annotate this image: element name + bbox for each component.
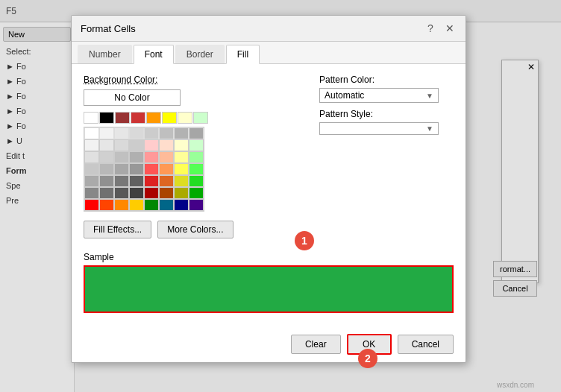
- cp-r2c1[interactable]: [84, 139, 99, 151]
- cp-r4c6[interactable]: [159, 163, 174, 175]
- tab-number[interactable]: Number: [78, 45, 132, 63]
- cp-r4c2[interactable]: [99, 163, 114, 175]
- cp-r3c2[interactable]: [99, 151, 114, 163]
- tab-border[interactable]: Border: [175, 45, 225, 63]
- pattern-style-label: Pattern Style:: [319, 109, 454, 119]
- watermark: wsxdn.com: [497, 381, 534, 389]
- cp-r5c7[interactable]: [174, 175, 189, 187]
- dialog-titlebar: Format Cells ? ✕: [72, 16, 466, 42]
- cp-r6c8[interactable]: [189, 187, 204, 199]
- cp-r4c8[interactable]: [189, 163, 204, 175]
- cp-r6c1[interactable]: [84, 187, 99, 199]
- pattern-color-dropdown[interactable]: Automatic ▼: [319, 88, 439, 103]
- cp-r5c2[interactable]: [99, 175, 114, 187]
- cp-r7c7[interactable]: [174, 199, 189, 211]
- cp-r3c3[interactable]: [114, 151, 129, 163]
- cp-r5c1[interactable]: [84, 175, 99, 187]
- color-ltgreen2[interactable]: [193, 112, 208, 124]
- cp-r5c4[interactable]: [129, 175, 144, 187]
- color-orange[interactable]: [146, 112, 161, 124]
- cp-r7c3[interactable]: [114, 199, 129, 211]
- sample-section: Sample: [84, 246, 454, 313]
- cp-r5c6[interactable]: [159, 175, 174, 187]
- right-column: Pattern Color: Automatic ▼ Pattern Style…: [319, 75, 454, 238]
- step-badge-1: 1: [295, 231, 314, 250]
- color-red[interactable]: [131, 112, 145, 124]
- dialog-controls: ? ✕: [424, 22, 457, 35]
- cp-r6c2[interactable]: [99, 187, 114, 199]
- cp-r7c6[interactable]: [159, 199, 174, 211]
- tab-fill[interactable]: Fill: [226, 45, 260, 64]
- dialog-footer: Clear OK Cancel: [72, 329, 466, 362]
- step-badge-2: 2: [358, 349, 377, 368]
- cp-r2c4[interactable]: [129, 139, 144, 151]
- cp-r2c3[interactable]: [114, 139, 129, 151]
- pattern-style-dropdown[interactable]: ▼: [319, 122, 439, 135]
- cp-r2c5[interactable]: [144, 139, 159, 151]
- cp-r6c3[interactable]: [114, 187, 129, 199]
- pattern-style-arrow-icon: ▼: [426, 124, 433, 133]
- sample-label: Sample: [84, 252, 454, 262]
- cp-r6c7[interactable]: [174, 187, 189, 199]
- cp-r1c5[interactable]: [144, 127, 159, 139]
- cp-r1c6[interactable]: [159, 127, 174, 139]
- dialog-body: Background Color: No Color: [72, 64, 466, 329]
- cp-r6c4[interactable]: [129, 187, 144, 199]
- cp-r1c3[interactable]: [114, 127, 129, 139]
- cancel-button[interactable]: Cancel: [398, 335, 454, 354]
- cp-r6c6[interactable]: [159, 187, 174, 199]
- cp-r3c5[interactable]: [144, 151, 159, 163]
- cp-r4c4[interactable]: [129, 163, 144, 175]
- cp-r4c7[interactable]: [174, 163, 189, 175]
- main-color-palette: [84, 127, 204, 212]
- cp-r5c5[interactable]: [144, 175, 159, 187]
- cp-r1c7[interactable]: [174, 127, 189, 139]
- cp-r3c7[interactable]: [174, 151, 189, 163]
- color-darkred[interactable]: [115, 112, 130, 124]
- cp-r3c6[interactable]: [159, 151, 174, 163]
- close-button[interactable]: ✕: [443, 22, 457, 35]
- no-color-button[interactable]: No Color: [84, 89, 181, 106]
- background-color-label: Background Color:: [84, 75, 304, 85]
- cp-r2c8[interactable]: [189, 139, 204, 151]
- color-yellow[interactable]: [162, 112, 177, 124]
- color-black[interactable]: [99, 112, 114, 124]
- pattern-color-label: Pattern Color:: [319, 75, 454, 85]
- cp-r6c5[interactable]: [144, 187, 159, 199]
- cp-r1c1[interactable]: [84, 127, 99, 139]
- format-cells-dialog: Format Cells ? ✕ Number Font Border Fill…: [71, 15, 466, 363]
- cp-r2c6[interactable]: [159, 139, 174, 151]
- dialog-tabs: Number Font Border Fill: [72, 42, 466, 64]
- cp-r7c2[interactable]: [99, 199, 114, 211]
- cp-r7c8[interactable]: [189, 199, 204, 211]
- fill-effects-button[interactable]: Fill Effects...: [84, 221, 151, 238]
- cp-r5c8[interactable]: [189, 175, 204, 187]
- sample-box: [84, 265, 454, 313]
- cp-r1c4[interactable]: [129, 127, 144, 139]
- more-colors-button[interactable]: More Colors...: [157, 221, 233, 238]
- help-button[interactable]: ?: [424, 22, 437, 35]
- color-ltyellow[interactable]: [178, 112, 192, 124]
- cp-r2c2[interactable]: [99, 139, 114, 151]
- cp-r4c5[interactable]: [144, 163, 159, 175]
- cp-r1c2[interactable]: [99, 127, 114, 139]
- clear-button[interactable]: Clear: [291, 335, 341, 354]
- basic-color-palette: [84, 112, 304, 124]
- cp-r5c3[interactable]: [114, 175, 129, 187]
- cp-r7c4[interactable]: [129, 199, 144, 211]
- pattern-color-value: Automatic: [325, 90, 364, 101]
- cp-r7c1[interactable]: [84, 199, 99, 211]
- cp-r3c4[interactable]: [129, 151, 144, 163]
- cp-r3c1[interactable]: [84, 151, 99, 163]
- tab-font[interactable]: Font: [134, 45, 174, 64]
- cp-r7c5[interactable]: [144, 199, 159, 211]
- cp-r2c7[interactable]: [174, 139, 189, 151]
- cp-r4c3[interactable]: [114, 163, 129, 175]
- pattern-color-arrow-icon: ▼: [426, 92, 433, 100]
- fill-buttons-row: Fill Effects... More Colors...: [84, 221, 304, 238]
- cp-r4c1[interactable]: [84, 163, 99, 175]
- color-white[interactable]: [84, 112, 98, 124]
- cp-r3c8[interactable]: [189, 151, 204, 163]
- dialog-title: Format Cells: [81, 23, 136, 34]
- cp-r1c8[interactable]: [189, 127, 204, 139]
